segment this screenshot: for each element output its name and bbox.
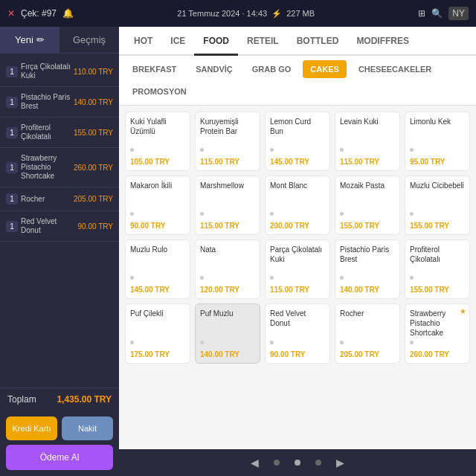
sub-tab-brekfast[interactable]: BREKFAST bbox=[125, 60, 184, 78]
close-button[interactable]: ✕ bbox=[7, 8, 15, 19]
product-card[interactable]: Strawberry Pistachio Shortcake 260.00 TR… bbox=[405, 303, 470, 364]
nav-dot-2[interactable] bbox=[295, 460, 300, 466]
prev-arrow[interactable]: ◀ bbox=[251, 457, 259, 469]
product-grid: Kuki Yulafli Üzümlü 105.00 TRY Kuruyemiş… bbox=[119, 106, 476, 476]
sub-category-tabs: BREKFASTSANDVİÇGRAB GOCAKESCHESEECAKELER… bbox=[119, 56, 476, 106]
product-price: 115.00 TRY bbox=[340, 158, 395, 166]
order-item[interactable]: 1 Profiterol Çikolatalı 155.00 TRY bbox=[0, 118, 119, 148]
notification-icon[interactable]: 🔔 bbox=[62, 8, 74, 19]
sub-tab-sandvi̇ç[interactable]: SANDVİÇ bbox=[188, 60, 240, 78]
product-price: 140.00 TRY bbox=[340, 286, 395, 294]
product-card[interactable]: Rocher 205.00 TRY bbox=[335, 303, 400, 364]
kredi-karti-button[interactable]: Kredi Kartı bbox=[6, 416, 57, 440]
category-tab-hot[interactable]: HOT bbox=[125, 27, 161, 56]
product-dot bbox=[340, 276, 344, 280]
product-price: 105.00 TRY bbox=[130, 158, 185, 166]
order-name: Pistachio Paris Brest bbox=[21, 93, 71, 111]
search-icon[interactable]: 🔍 bbox=[431, 8, 443, 19]
nav-dot-3[interactable] bbox=[315, 460, 321, 466]
product-name: Strawberry Pistachio Shortcake bbox=[410, 309, 465, 338]
product-name: Marshmellow bbox=[200, 181, 255, 209]
product-price: 140.00 TRY bbox=[200, 350, 255, 358]
product-card[interactable]: Muzlu Cicibebeli 155.00 TRY bbox=[405, 176, 470, 235]
user-initials: NY bbox=[448, 7, 469, 20]
yeni-button[interactable]: Yeni ✏ bbox=[0, 27, 60, 53]
kredi-label: Kredi Kartı bbox=[13, 424, 51, 433]
product-card[interactable]: Puf Çilekli 175.00 TRY bbox=[125, 303, 190, 364]
product-price: 175.00 TRY bbox=[130, 350, 185, 358]
edit-icon: ✏ bbox=[36, 34, 45, 45]
payment-buttons: Kredi Kartı Nakit Ödeme Al bbox=[0, 411, 119, 476]
product-card[interactable]: Parça Çikolatalı Kuki 115.00 TRY bbox=[265, 239, 330, 299]
order-item[interactable]: 1 Rocher 205.00 TRY bbox=[0, 187, 119, 211]
product-card[interactable]: Red Velvet Donut 90.00 TRY bbox=[265, 303, 330, 364]
product-dot bbox=[270, 212, 274, 216]
total-amount: 1,435.00 TRY bbox=[57, 394, 112, 405]
product-card[interactable]: Pistachio Paris Brest 140.00 TRY bbox=[335, 239, 400, 299]
product-price: 200.00 TRY bbox=[270, 222, 325, 230]
product-dot bbox=[270, 341, 274, 344]
category-tab-reteil[interactable]: RETEIL bbox=[238, 27, 288, 56]
order-price: 205.00 TRY bbox=[74, 195, 113, 203]
favorite-star: ★ bbox=[460, 307, 466, 315]
product-card[interactable]: Kuruyemişli Protein Bar 115.00 TRY bbox=[195, 112, 260, 171]
product-card[interactable]: Levain Kuki 115.00 TRY bbox=[335, 112, 400, 171]
product-dot bbox=[410, 341, 414, 344]
sub-tab-grab-go[interactable]: GRAB GO bbox=[245, 60, 299, 78]
product-card[interactable]: Mozaik Pasta 155.00 TRY bbox=[335, 176, 400, 235]
category-tab-food[interactable]: FOOD bbox=[194, 27, 238, 56]
product-dot bbox=[200, 148, 204, 152]
nakit-button[interactable]: Nakit bbox=[62, 416, 113, 440]
product-card[interactable]: Nata 120.00 TRY bbox=[195, 239, 260, 299]
order-name: Strawberry Pistachio Shortcake bbox=[21, 154, 71, 181]
nav-dot-1[interactable] bbox=[274, 460, 280, 466]
gecmis-button[interactable]: Geçmiş bbox=[60, 27, 119, 53]
product-price: 115.00 TRY bbox=[270, 286, 325, 294]
right-panel: HOTICEFOODRETEILBOTTLEDMODIFFRES BREKFAS… bbox=[119, 27, 476, 476]
product-name: Profiterol Çikolatalı bbox=[410, 245, 465, 273]
order-qty: 1 bbox=[6, 66, 18, 77]
product-name: Pistachio Paris Brest bbox=[340, 245, 395, 273]
odeme-label: Ödeme Al bbox=[40, 452, 80, 463]
category-tab-modiffres[interactable]: MODIFFRES bbox=[347, 27, 418, 56]
bottom-nav: ◀ ▶ bbox=[119, 449, 476, 476]
order-item[interactable]: 1 Red Velvet Donut 90.00 TRY bbox=[0, 211, 119, 242]
product-price: 90.00 TRY bbox=[130, 222, 185, 230]
product-price: 155.00 TRY bbox=[410, 222, 465, 230]
product-dot bbox=[340, 341, 344, 344]
order-qty: 1 bbox=[6, 221, 18, 232]
product-card[interactable]: Puf Muzlu 140.00 TRY bbox=[195, 303, 260, 364]
product-card[interactable]: Makaron İkili 90.00 TRY bbox=[125, 176, 190, 235]
category-tab-bottled[interactable]: BOTTLED bbox=[288, 27, 348, 56]
product-card[interactable]: Muzlu Rulo 145.00 TRY bbox=[125, 239, 190, 299]
product-card[interactable]: Marshmellow 115.00 TRY bbox=[195, 176, 260, 235]
status-right: ⊞ 🔍 NY bbox=[418, 7, 469, 20]
odeme-al-button[interactable]: Ödeme Al bbox=[6, 445, 113, 470]
sub-tab-cheseecakeler[interactable]: CHESEECAKELER bbox=[351, 60, 439, 78]
product-card[interactable]: Kuki Yulafli Üzümlü 105.00 TRY bbox=[125, 112, 190, 171]
sub-tab-cakes[interactable]: CAKES bbox=[303, 60, 347, 78]
product-card[interactable]: Limonlu Kek 95.00 TRY bbox=[405, 112, 470, 171]
product-name: Muzlu Cicibebeli bbox=[410, 181, 465, 209]
datetime-label: 21 Temmuz 2024 · 14:43 bbox=[177, 9, 267, 18]
order-item[interactable]: 1 Pistachio Paris Brest 140.00 TRY bbox=[0, 87, 119, 118]
category-tab-ice[interactable]: ICE bbox=[161, 27, 194, 56]
memory-label: 227 MB bbox=[286, 9, 315, 18]
order-item[interactable]: 1 Strawberry Pistachio Shortcake 260.00 … bbox=[0, 148, 119, 187]
product-card[interactable]: Lemon Curd Bun 145.00 TRY bbox=[265, 112, 330, 171]
product-price: 145.00 TRY bbox=[270, 158, 325, 166]
product-dot bbox=[340, 212, 344, 216]
product-card[interactable]: Mont Blanc 200.00 TRY bbox=[265, 176, 330, 235]
next-arrow[interactable]: ▶ bbox=[336, 457, 344, 469]
order-price: 90.00 TRY bbox=[78, 222, 113, 231]
sub-tab-promosyon[interactable]: PROMOSYON bbox=[125, 83, 194, 100]
order-qty: 1 bbox=[6, 193, 18, 205]
product-price: 155.00 TRY bbox=[410, 286, 465, 294]
status-center: 21 Temmuz 2024 · 14:43 ⚡ 227 MB bbox=[177, 9, 315, 19]
product-card[interactable]: Profiterol Çikolatalı 155.00 TRY bbox=[405, 239, 470, 299]
order-qty: 1 bbox=[6, 127, 18, 138]
order-price: 260.00 TRY bbox=[74, 164, 113, 172]
order-price: 140.00 TRY bbox=[74, 98, 113, 106]
order-item[interactable]: 1 Fırça Çikolatalı Kuki 110.00 TRY bbox=[0, 57, 119, 87]
grid-icon[interactable]: ⊞ bbox=[418, 8, 425, 19]
